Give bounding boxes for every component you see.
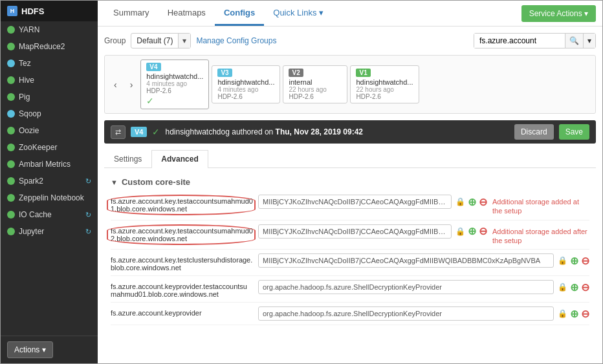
sidebar-label-zeppelin: Zeppelin Notebook <box>19 193 91 202</box>
sidebar-item-hive[interactable]: Hive <box>1 72 98 89</box>
refresh-icon-spark2[interactable]: ↻ <box>85 177 91 186</box>
actions-label: Actions ▾ <box>14 345 46 354</box>
lock-icon-4[interactable]: 🔒 <box>558 309 567 318</box>
lock-icon-3[interactable]: 🔒 <box>558 283 567 292</box>
version-next-arrow[interactable]: › <box>125 77 138 92</box>
sidebar-item-tez[interactable]: Tez <box>1 55 98 72</box>
config-value-input-3[interactable] <box>258 280 554 294</box>
v3-badge: V3 <box>217 69 232 77</box>
remove-icon-2[interactable]: ⊖ <box>581 255 589 267</box>
status-icon-jupyter <box>7 228 15 235</box>
sidebar-actions: Actions ▾ <box>1 336 98 363</box>
version-card-v1[interactable]: V1 hdinsightwatchd... 22 hours ago HDP-2… <box>350 65 419 103</box>
group-select-arrow[interactable]: ▾ <box>178 34 190 48</box>
status-icon-spark2 <box>7 177 15 185</box>
version-card-v2[interactable]: V2 internal 22 hours ago HDP-2.6 <box>283 65 347 103</box>
compare-icon[interactable]: ⇄ <box>111 125 126 139</box>
remove-icon-3[interactable]: ⊖ <box>581 281 589 294</box>
config-area: Group Default (7) ▾ Manage Config Groups… <box>98 27 602 363</box>
v4-hdp: HDP-2.6 <box>146 87 203 94</box>
lock-icon-1[interactable]: 🔒 <box>455 227 465 236</box>
author-date: Thu, Nov 28, 2019 09:42 <box>276 127 363 136</box>
refresh-icon-jupyter[interactable]: ↻ <box>85 228 91 236</box>
add-icon-0[interactable]: ⊕ <box>468 196 476 208</box>
lock-icon-0[interactable]: 🔒 <box>455 197 465 206</box>
sidebar-header: H HDFS <box>1 1 98 21</box>
config-row-1: fs.azure.account.key.testaccountsumahmud… <box>111 220 589 250</box>
lock-icon-2[interactable]: 🔒 <box>558 256 567 265</box>
v3-name: hdinsightwatchd... <box>217 78 274 86</box>
author-bar: ⇄ V4 ✓ hdinsightwatchdog authored on Thu… <box>104 120 596 144</box>
config-value-input-2[interactable] <box>258 253 554 268</box>
group-select[interactable]: Default (7) ▾ <box>131 33 191 48</box>
tab-settings[interactable]: Settings <box>104 150 151 167</box>
config-actions-0: 🔒 ⊕ ⊖ <box>455 196 487 208</box>
author-version-badge: V4 <box>131 127 147 137</box>
sidebar-item-zookeeper[interactable]: ZooKeeper <box>1 139 98 156</box>
save-button[interactable]: Save <box>559 124 589 140</box>
v3-hdp: HDP-2.6 <box>217 93 274 100</box>
manage-config-groups-link[interactable]: Manage Config Groups <box>196 36 276 45</box>
status-icon-yarn <box>7 26 15 34</box>
tab-quick-links[interactable]: Quick Links ▾ <box>264 1 333 26</box>
status-icon-sqoop <box>7 110 15 118</box>
discard-button[interactable]: Discard <box>514 124 554 140</box>
main-content: Summary Heatmaps Configs Quick Links ▾ S… <box>98 1 602 363</box>
remove-icon-1[interactable]: ⊖ <box>479 225 487 237</box>
sub-tabs: Settings Advanced <box>104 150 596 168</box>
config-key-0-text: fs.azure.account.key.testaccountsumahmud… <box>111 197 253 213</box>
sidebar-item-ambari-metrics[interactable]: Ambari Metrics <box>1 156 98 173</box>
config-key-1-text: fs.azure.account.key.testaccountsumahmud… <box>111 227 253 242</box>
version-prev-arrow[interactable]: ‹ <box>109 77 122 92</box>
sidebar-item-oozie[interactable]: Oozie <box>1 122 98 139</box>
add-icon-3[interactable]: ⊕ <box>570 281 578 294</box>
sidebar-item-pig[interactable]: Pig <box>1 89 98 105</box>
tab-configs[interactable]: Configs <box>215 1 264 26</box>
sidebar: H HDFS YARN MapReduce2 Tez Hive Pig Sqoo… <box>1 1 98 363</box>
config-value-wrap-4: 🔒 ⊕ ⊖ <box>258 306 589 321</box>
sidebar-item-jupyter[interactable]: Jupyter ↻ <box>1 223 98 240</box>
service-actions-label: Service Actions ▾ <box>529 9 588 18</box>
add-icon-1[interactable]: ⊕ <box>468 225 476 237</box>
remove-icon-4[interactable]: ⊖ <box>581 308 589 320</box>
sidebar-label-spark2: Spark2 <box>19 177 82 186</box>
section-header-custom-core-site[interactable]: ▼ Custom core-site <box>111 173 589 191</box>
sidebar-item-spark2[interactable]: Spark2 ↻ <box>1 173 98 189</box>
tab-advanced[interactable]: Advanced <box>151 150 208 168</box>
config-search-input[interactable] <box>474 34 565 48</box>
service-actions-button[interactable]: Service Actions ▾ <box>521 5 596 22</box>
version-card-v3[interactable]: V3 hdinsightwatchd... 4 minutes ago HDP-… <box>212 65 280 103</box>
v2-badge: V2 <box>289 69 303 77</box>
sidebar-item-zeppelin[interactable]: Zeppelin Notebook <box>1 189 98 206</box>
remove-icon-0[interactable]: ⊖ <box>479 196 487 208</box>
actions-button[interactable]: Actions ▾ <box>7 341 53 358</box>
sidebar-item-io-cache[interactable]: IO Cache ↻ <box>1 206 98 223</box>
config-value-input-4[interactable] <box>258 306 554 321</box>
add-icon-4[interactable]: ⊕ <box>570 308 578 320</box>
sidebar-title: HDFS <box>21 6 44 16</box>
sidebar-label-pig: Pig <box>19 92 91 102</box>
config-value-input-0[interactable] <box>258 195 452 209</box>
version-card-v4[interactable]: V4 hdinsightwatchd... 4 minutes ago HDP-… <box>140 59 209 109</box>
config-actions-3: 🔒 ⊕ ⊖ <box>558 281 589 294</box>
config-search-box: 🔍 ▾ <box>474 33 596 48</box>
annotation-1: Additional storage added after the setup <box>492 224 589 246</box>
add-icon-2[interactable]: ⊕ <box>570 255 578 267</box>
status-icon-mapreduce2 <box>7 43 15 50</box>
v2-hdp: HDP-2.6 <box>289 93 342 100</box>
config-value-input-1[interactable] <box>258 224 452 239</box>
tab-summary[interactable]: Summary <box>104 1 159 26</box>
service-actions-wrap: Service Actions ▾ <box>521 5 596 22</box>
config-key-2: fs.azure.account.key.testclustersuhdisto… <box>111 253 253 272</box>
sidebar-item-sqoop[interactable]: Sqoop <box>1 105 98 122</box>
tab-heatmaps[interactable]: Heatmaps <box>159 1 215 26</box>
sidebar-item-mapreduce2[interactable]: MapReduce2 <box>1 38 98 55</box>
sidebar-label-ambari-metrics: Ambari Metrics <box>19 160 91 169</box>
refresh-icon-io-cache[interactable]: ↻ <box>85 211 91 219</box>
v2-name: internal <box>289 78 342 86</box>
sidebar-item-yarn[interactable]: YARN <box>1 21 98 38</box>
group-select-value: Default (7) <box>131 34 178 48</box>
search-icon[interactable]: 🔍 <box>565 34 583 48</box>
config-content: ▼ Custom core-site fs.azure.account.key.… <box>104 173 596 325</box>
search-dropdown-icon[interactable]: ▾ <box>583 34 595 48</box>
